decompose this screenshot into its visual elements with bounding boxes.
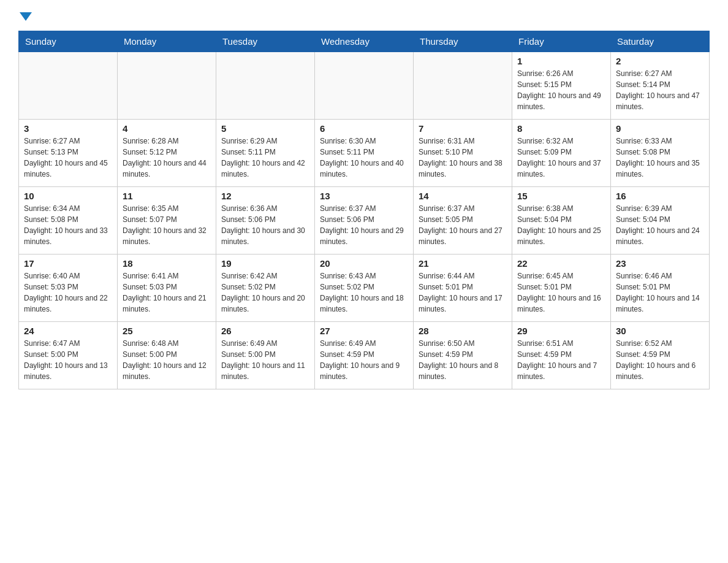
calendar-cell: 14Sunrise: 6:37 AM Sunset: 5:05 PM Dayli… (414, 187, 512, 255)
day-number: 15 (517, 191, 605, 201)
day-info: Sunrise: 6:43 AM Sunset: 5:02 PM Dayligh… (320, 270, 408, 315)
calendar-table: SundayMondayTuesdayWednesdayThursdayFrid… (18, 31, 710, 389)
weekday-header-thursday: Thursday (414, 31, 512, 52)
day-info: Sunrise: 6:36 AM Sunset: 5:06 PM Dayligh… (221, 203, 309, 247)
calendar-cell (19, 52, 118, 120)
day-number: 24 (24, 326, 112, 336)
calendar-cell: 25Sunrise: 6:48 AM Sunset: 5:00 PM Dayli… (118, 322, 216, 389)
day-number: 20 (320, 258, 408, 269)
calendar-week-5: 24Sunrise: 6:47 AM Sunset: 5:00 PM Dayli… (19, 322, 710, 389)
calendar-week-3: 10Sunrise: 6:34 AM Sunset: 5:08 PM Dayli… (19, 187, 710, 255)
day-number: 29 (517, 326, 605, 336)
day-number: 19 (221, 258, 309, 269)
day-number: 21 (419, 258, 507, 269)
calendar-cell: 6Sunrise: 6:30 AM Sunset: 5:11 PM Daylig… (315, 120, 414, 187)
day-info: Sunrise: 6:48 AM Sunset: 5:00 PM Dayligh… (123, 338, 211, 382)
day-info: Sunrise: 6:27 AM Sunset: 5:14 PM Dayligh… (616, 68, 704, 112)
calendar-cell: 2Sunrise: 6:27 AM Sunset: 5:14 PM Daylig… (611, 52, 710, 120)
weekday-header-tuesday: Tuesday (216, 31, 315, 52)
day-number: 2 (616, 56, 704, 66)
calendar-cell: 26Sunrise: 6:49 AM Sunset: 5:00 PM Dayli… (216, 322, 315, 389)
day-number: 18 (123, 258, 211, 269)
day-number: 13 (320, 191, 408, 201)
day-number: 16 (616, 191, 704, 201)
day-info: Sunrise: 6:33 AM Sunset: 5:08 PM Dayligh… (616, 136, 704, 180)
calendar-cell (315, 52, 414, 120)
day-info: Sunrise: 6:42 AM Sunset: 5:02 PM Dayligh… (221, 270, 309, 315)
calendar-week-2: 3Sunrise: 6:27 AM Sunset: 5:13 PM Daylig… (19, 120, 710, 187)
day-info: Sunrise: 6:40 AM Sunset: 5:03 PM Dayligh… (24, 270, 112, 315)
page-header (18, 12, 710, 21)
calendar-cell (118, 52, 216, 120)
day-info: Sunrise: 6:52 AM Sunset: 4:59 PM Dayligh… (616, 338, 704, 382)
calendar-cell: 21Sunrise: 6:44 AM Sunset: 5:01 PM Dayli… (414, 255, 512, 322)
weekday-header-monday: Monday (118, 31, 216, 52)
calendar-cell: 3Sunrise: 6:27 AM Sunset: 5:13 PM Daylig… (19, 120, 118, 187)
day-number: 8 (517, 123, 605, 134)
day-number: 26 (221, 326, 309, 336)
calendar-cell: 13Sunrise: 6:37 AM Sunset: 5:06 PM Dayli… (315, 187, 414, 255)
day-info: Sunrise: 6:41 AM Sunset: 5:03 PM Dayligh… (123, 270, 211, 315)
calendar-cell (414, 52, 512, 120)
day-info: Sunrise: 6:35 AM Sunset: 5:07 PM Dayligh… (123, 203, 211, 247)
day-number: 5 (221, 123, 309, 134)
day-number: 4 (123, 123, 211, 134)
day-info: Sunrise: 6:47 AM Sunset: 5:00 PM Dayligh… (24, 338, 112, 382)
calendar-cell: 28Sunrise: 6:50 AM Sunset: 4:59 PM Dayli… (414, 322, 512, 389)
calendar-cell: 12Sunrise: 6:36 AM Sunset: 5:06 PM Dayli… (216, 187, 315, 255)
weekday-header-saturday: Saturday (611, 31, 710, 52)
day-number: 28 (419, 326, 507, 336)
day-info: Sunrise: 6:44 AM Sunset: 5:01 PM Dayligh… (419, 270, 507, 315)
day-info: Sunrise: 6:46 AM Sunset: 5:01 PM Dayligh… (616, 270, 704, 315)
calendar-cell: 23Sunrise: 6:46 AM Sunset: 5:01 PM Dayli… (611, 255, 710, 322)
day-info: Sunrise: 6:34 AM Sunset: 5:08 PM Dayligh… (24, 203, 112, 247)
calendar-cell (216, 52, 315, 120)
calendar-cell: 8Sunrise: 6:32 AM Sunset: 5:09 PM Daylig… (512, 120, 611, 187)
day-number: 22 (517, 258, 605, 269)
day-info: Sunrise: 6:31 AM Sunset: 5:10 PM Dayligh… (419, 136, 507, 180)
logo-triangle-icon (20, 12, 32, 21)
calendar-cell: 1Sunrise: 6:26 AM Sunset: 5:15 PM Daylig… (512, 52, 611, 120)
day-info: Sunrise: 6:37 AM Sunset: 5:05 PM Dayligh… (419, 203, 507, 247)
day-number: 27 (320, 326, 408, 336)
day-number: 6 (320, 123, 408, 134)
calendar-header-row: SundayMondayTuesdayWednesdayThursdayFrid… (19, 31, 710, 52)
weekday-header-friday: Friday (512, 31, 611, 52)
day-info: Sunrise: 6:29 AM Sunset: 5:11 PM Dayligh… (221, 136, 309, 180)
calendar-cell: 9Sunrise: 6:33 AM Sunset: 5:08 PM Daylig… (611, 120, 710, 187)
day-info: Sunrise: 6:39 AM Sunset: 5:04 PM Dayligh… (616, 203, 704, 247)
day-number: 23 (616, 258, 704, 269)
calendar-cell: 24Sunrise: 6:47 AM Sunset: 5:00 PM Dayli… (19, 322, 118, 389)
day-info: Sunrise: 6:51 AM Sunset: 4:59 PM Dayligh… (517, 338, 605, 382)
day-info: Sunrise: 6:26 AM Sunset: 5:15 PM Dayligh… (517, 68, 605, 112)
day-info: Sunrise: 6:45 AM Sunset: 5:01 PM Dayligh… (517, 270, 605, 315)
calendar-cell: 30Sunrise: 6:52 AM Sunset: 4:59 PM Dayli… (611, 322, 710, 389)
day-number: 7 (419, 123, 507, 134)
calendar-cell: 5Sunrise: 6:29 AM Sunset: 5:11 PM Daylig… (216, 120, 315, 187)
weekday-header-sunday: Sunday (19, 31, 118, 52)
day-number: 11 (123, 191, 211, 201)
weekday-header-wednesday: Wednesday (315, 31, 414, 52)
calendar-cell: 18Sunrise: 6:41 AM Sunset: 5:03 PM Dayli… (118, 255, 216, 322)
day-number: 12 (221, 191, 309, 201)
day-info: Sunrise: 6:50 AM Sunset: 4:59 PM Dayligh… (419, 338, 507, 382)
logo (18, 12, 32, 21)
day-info: Sunrise: 6:38 AM Sunset: 5:04 PM Dayligh… (517, 203, 605, 247)
day-info: Sunrise: 6:27 AM Sunset: 5:13 PM Dayligh… (24, 136, 112, 180)
calendar-cell: 11Sunrise: 6:35 AM Sunset: 5:07 PM Dayli… (118, 187, 216, 255)
day-number: 17 (24, 258, 112, 269)
day-info: Sunrise: 6:32 AM Sunset: 5:09 PM Dayligh… (517, 136, 605, 180)
day-number: 25 (123, 326, 211, 336)
day-number: 30 (616, 326, 704, 336)
calendar-week-4: 17Sunrise: 6:40 AM Sunset: 5:03 PM Dayli… (19, 255, 710, 322)
day-info: Sunrise: 6:49 AM Sunset: 5:00 PM Dayligh… (221, 338, 309, 382)
calendar-cell: 29Sunrise: 6:51 AM Sunset: 4:59 PM Dayli… (512, 322, 611, 389)
calendar-cell: 20Sunrise: 6:43 AM Sunset: 5:02 PM Dayli… (315, 255, 414, 322)
day-info: Sunrise: 6:28 AM Sunset: 5:12 PM Dayligh… (123, 136, 211, 180)
day-info: Sunrise: 6:37 AM Sunset: 5:06 PM Dayligh… (320, 203, 408, 247)
calendar-week-1: 1Sunrise: 6:26 AM Sunset: 5:15 PM Daylig… (19, 52, 710, 120)
calendar-cell: 22Sunrise: 6:45 AM Sunset: 5:01 PM Dayli… (512, 255, 611, 322)
calendar-cell: 4Sunrise: 6:28 AM Sunset: 5:12 PM Daylig… (118, 120, 216, 187)
calendar-cell: 7Sunrise: 6:31 AM Sunset: 5:10 PM Daylig… (414, 120, 512, 187)
day-info: Sunrise: 6:49 AM Sunset: 4:59 PM Dayligh… (320, 338, 408, 382)
